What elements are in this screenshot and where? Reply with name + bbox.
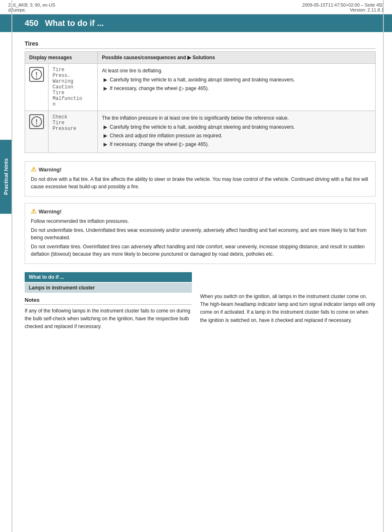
solution-text: If necessary, change the wheel (▷ page 4…	[110, 85, 209, 92]
solution-cell: The tire inflation pressure in at least …	[98, 111, 376, 153]
svg-text:!: !	[35, 118, 37, 125]
table-row: !Check Tire PressureThe tire inflation p…	[25, 111, 376, 153]
tire-warning-icon: !	[31, 69, 42, 80]
warning-text: Follow recommended tire inflation pressu…	[31, 217, 369, 258]
warning-triangle-icon: ⚠	[31, 166, 36, 173]
meta-left: 216_AKB; 3; 90, en-US d2urepe,	[8, 2, 55, 12]
display-msg-cell: Tire Press. Warning Caution Tire Malfunc…	[48, 64, 98, 111]
warning-paragraph: Do not drive with a flat tire. A flat ti…	[31, 176, 369, 190]
warning-label: Warning!	[39, 167, 62, 173]
solution-text: If necessary, change the wheel (▷ page 4…	[110, 141, 209, 148]
notes-heading: Notes	[25, 297, 192, 305]
display-msg-cell: Check Tire Pressure	[48, 111, 98, 153]
arrow-icon: ▶	[104, 76, 107, 83]
svg-text:!: !	[35, 71, 37, 78]
col-display-messages: Display messages	[25, 52, 98, 64]
solution-item: ▶If necessary, change the wheel (▷ page …	[102, 141, 371, 148]
bottom-right-text: When you switch on the ignition, all lam…	[200, 293, 376, 324]
col-solutions: Possible causes/consequences and ▶ Solut…	[98, 52, 376, 64]
solution-intro: The tire inflation pressure in at least …	[102, 114, 371, 122]
solution-item: ▶Carefully bring the vehicle to a halt, …	[102, 123, 371, 131]
arrow-icon: ▶	[104, 85, 107, 92]
warning-paragraph: Do not overinflate tires. Overinflated t…	[31, 243, 369, 258]
warning-box-2: ⚠Warning!Follow recommended tire inflati…	[25, 203, 376, 264]
warning-title: ⚠Warning!	[31, 208, 369, 215]
tires-heading: Tires	[25, 40, 376, 49]
solution-intro: At least one tire is deflating.	[102, 67, 371, 74]
meta-right: 2009-05-15T11:47:50+02:00 – Seite 450 Ve…	[302, 2, 384, 12]
solution-item: ▶Carefully bring the vehicle to a halt, …	[102, 76, 371, 83]
warning-icon-box: !	[29, 67, 44, 82]
warning-paragraph: Do not underinflate tires. Underinflated…	[31, 227, 369, 241]
solution-item: ▶Check and adjust tire inflation pressur…	[102, 132, 371, 139]
main-content: Tires Display messages Possible causes/c…	[0, 40, 392, 339]
arrow-icon: ▶	[104, 141, 107, 148]
tires-table: Display messages Possible causes/consequ…	[25, 51, 376, 153]
icon-cell: !	[25, 64, 48, 111]
icon-cell: !	[25, 111, 48, 153]
sidebar-label: Practical hints	[0, 140, 12, 214]
tire-warning-icon: !	[31, 116, 42, 127]
bottom-section: What to do if ... Lamps in instrument cl…	[25, 272, 376, 331]
warning-paragraph: Follow recommended tire inflation pressu…	[31, 217, 369, 225]
page-title: What to do if ...	[45, 19, 104, 28]
meta-bar: 216_AKB; 3; 90, en-US d2urepe, 2009-05-1…	[0, 0, 392, 14]
arrow-icon: ▶	[104, 123, 107, 131]
page-number: 450	[25, 19, 38, 28]
arrow-icon: ▶	[104, 132, 107, 139]
bottom-subsection-header: Lamps in instrument cluster	[25, 283, 192, 293]
bottom-left-text: If any of the following lamps in the ins…	[25, 307, 192, 331]
bottom-section-header: What to do if ...	[25, 272, 192, 282]
warning-box-1: ⚠Warning!Do not drive with a flat tire. …	[25, 161, 376, 197]
table-row: !Tire Press. Warning Caution Tire Malfun…	[25, 64, 376, 111]
warning-icon-box: !	[29, 114, 44, 129]
bottom-left: What to do if ... Lamps in instrument cl…	[25, 272, 200, 331]
warning-title: ⚠Warning!	[31, 166, 369, 173]
page-header: 450 What to do if ...	[0, 14, 392, 32]
solution-cell: At least one tire is deflating.▶Carefull…	[98, 64, 376, 111]
warning-text: Do not drive with a flat tire. A flat ti…	[31, 176, 369, 190]
solution-text: Carefully bring the vehicle to a halt, a…	[110, 76, 295, 83]
bottom-right: When you switch on the ignition, all lam…	[200, 272, 376, 331]
solution-text: Check and adjust tire inflation pressure…	[110, 132, 222, 139]
warning-label: Warning!	[39, 208, 62, 215]
warning-triangle-icon: ⚠	[31, 208, 36, 215]
solution-text: Carefully bring the vehicle to a halt, a…	[110, 123, 295, 131]
solution-item: ▶If necessary, change the wheel (▷ page …	[102, 85, 371, 92]
